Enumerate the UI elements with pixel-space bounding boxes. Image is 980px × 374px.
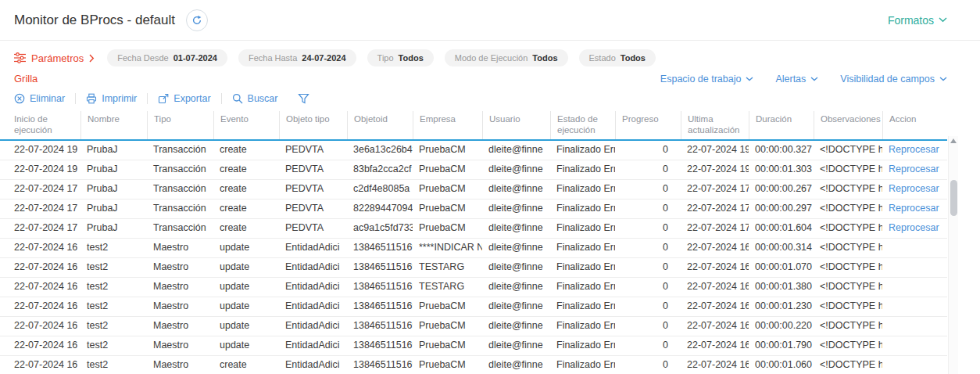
cell: dleite@finne: [482, 218, 550, 238]
table-row[interactable]: 22-07-2024 16test2MaestroupdateEntidadAd…: [0, 258, 947, 278]
vertical-scrollbar[interactable]: [948, 136, 958, 374]
cell: Maestro: [147, 316, 213, 336]
cell: [882, 277, 947, 297]
column-header[interactable]: Inicio de ejecución: [0, 111, 80, 139]
cell: 22-07-2024 19: [0, 160, 80, 179]
table-row[interactable]: 22-07-2024 16test2MaestroupdateEntidadAd…: [0, 278, 947, 297]
cell: 22-07-2024 17: [681, 199, 749, 218]
cell: TESTARG: [413, 277, 482, 297]
column-header[interactable]: Empresa: [413, 111, 482, 139]
column-header[interactable]: Tipo: [147, 111, 213, 139]
chip-value: Todos: [532, 53, 557, 63]
exportar-label: Exportar: [173, 93, 210, 104]
cell: PrubaJ: [80, 179, 147, 199]
cell: Reprocesar: [882, 179, 947, 199]
cell: Transacción: [147, 140, 213, 160]
cell: PruebaCM: [413, 355, 482, 374]
table-row[interactable]: 22-07-2024 19PrubaJTransaccióncreatePEDV…: [0, 141, 947, 160]
eliminar-button[interactable]: Eliminar: [14, 93, 75, 104]
chip-value: 01-07-2024: [173, 53, 217, 63]
refresh-icon: [191, 15, 202, 26]
formatos-label: Formatos: [888, 14, 934, 27]
table-row[interactable]: 22-07-2024 19PrubaJTransaccióncreatePEDV…: [0, 160, 947, 180]
table-row[interactable]: 22-07-2024 16test2MaestroupdateEntidadAd…: [0, 317, 947, 336]
table-row[interactable]: 22-07-2024 17PrubaJTransaccióncreatePEDV…: [0, 180, 947, 200]
column-header[interactable]: Ultima actualización: [681, 111, 749, 139]
imprimir-button[interactable]: Imprimir: [76, 93, 147, 104]
cell: PrubaJ: [80, 160, 147, 179]
column-header[interactable]: Accion: [882, 111, 947, 139]
cell: Reprocesar: [882, 218, 947, 238]
cell: ac9a1c5fd733: [347, 218, 413, 238]
cell: 22-07-2024 16: [0, 355, 80, 374]
cell: 22-07-2024 17: [681, 179, 749, 199]
cell: c2df4e8085a: [347, 179, 413, 199]
filter-chip[interactable]: Tipo Todos: [367, 49, 434, 67]
column-header[interactable]: Objetoid: [347, 111, 413, 139]
filter-chip[interactable]: Estado Todos: [579, 49, 656, 67]
formatos-dropdown[interactable]: Formatos: [888, 14, 947, 27]
parametros-toggle[interactable]: Parámetros: [14, 52, 95, 64]
refresh-button[interactable]: [186, 9, 208, 31]
cell: 22-07-2024 16: [681, 355, 749, 374]
filter-button[interactable]: [288, 93, 320, 104]
printer-icon: [86, 93, 97, 104]
filter-chip[interactable]: Fecha Hasta 24-07-2024: [238, 49, 356, 67]
grid-menus: Espacio de trabajo Alertas Visibilidad d…: [660, 74, 947, 85]
reprocesar-link[interactable]: Reprocesar: [889, 144, 939, 155]
cell: <!DOCTYPE h: [814, 316, 882, 336]
cell: Reprocesar: [882, 199, 947, 218]
filter-chip[interactable]: Fecha Desde 01-07-2024: [107, 49, 227, 67]
cell: 00:00:01.790: [749, 336, 814, 355]
cell: 00:00:01.380: [749, 277, 814, 297]
scroll-up-arrow[interactable]: [950, 138, 957, 143]
column-header[interactable]: Objeto tipo: [279, 111, 347, 139]
column-header[interactable]: Usuario: [482, 111, 550, 139]
cell: test2: [80, 355, 147, 374]
column-header[interactable]: Observaciones: [814, 111, 882, 139]
column-header[interactable]: Duración: [749, 111, 814, 139]
cell: dleite@finne: [482, 179, 550, 199]
table-row[interactable]: 22-07-2024 16test2MaestroupdateEntidadAd…: [0, 297, 947, 317]
table-row[interactable]: 22-07-2024 16test2MaestroupdateEntidadAd…: [0, 336, 947, 356]
chevron-down-icon: [746, 77, 753, 81]
cell: Finalizado Err: [550, 179, 615, 199]
column-header[interactable]: Estado de ejecución: [550, 111, 615, 139]
cell: Finalizado Err: [550, 199, 615, 218]
chevron-down-icon: [939, 77, 947, 81]
cell: Transacción: [147, 160, 213, 179]
cell: 0: [615, 277, 681, 297]
chevron-down-icon: [939, 17, 947, 23]
scrollbar-thumb[interactable]: [950, 180, 957, 216]
cell: ****INDICAR N: [413, 238, 482, 257]
cell: EntidadAdici: [279, 277, 347, 297]
column-header[interactable]: Progreso: [615, 111, 681, 139]
reprocesar-link[interactable]: Reprocesar: [889, 164, 939, 174]
column-header[interactable]: Nombre: [80, 111, 147, 139]
grid-menu-dropdown[interactable]: Espacio de trabajo: [660, 74, 754, 85]
exportar-button[interactable]: Exportar: [148, 93, 220, 104]
filter-chip[interactable]: Modo de Ejecución Todos: [445, 49, 568, 67]
grid-menu-dropdown[interactable]: Alertas: [775, 74, 818, 85]
reprocesar-link[interactable]: Reprocesar: [889, 203, 939, 214]
cell: Transacción: [147, 199, 213, 218]
cell: EntidadAdici: [279, 316, 347, 336]
cell: test2: [80, 277, 147, 297]
cell: dleite@finne: [482, 238, 550, 257]
cell: EntidadAdici: [279, 257, 347, 277]
reprocesar-link[interactable]: Reprocesar: [889, 183, 939, 194]
cell: 0: [615, 199, 681, 218]
grid-menu-dropdown[interactable]: Visibilidad de campos: [840, 74, 947, 85]
cell: 00:00:01.303: [749, 160, 814, 179]
cell: 22-07-2024 17: [681, 218, 749, 238]
chip-label: Estado: [589, 53, 616, 63]
cell: [882, 336, 947, 355]
column-header[interactable]: Evento: [213, 111, 279, 139]
table-row[interactable]: 22-07-2024 16test2MaestrocreateEntidadAd…: [0, 356, 947, 374]
table-row[interactable]: 22-07-2024 16test2MaestroupdateEntidadAd…: [0, 239, 947, 258]
cell: update: [213, 238, 279, 257]
buscar-button[interactable]: Buscar: [222, 93, 288, 104]
table-row[interactable]: 22-07-2024 17PrubaJTransaccióncreatePEDV…: [0, 219, 947, 239]
reprocesar-link[interactable]: Reprocesar: [889, 222, 939, 233]
table-row[interactable]: 22-07-2024 17PrubaJTransaccióncreatePEDV…: [0, 200, 947, 219]
